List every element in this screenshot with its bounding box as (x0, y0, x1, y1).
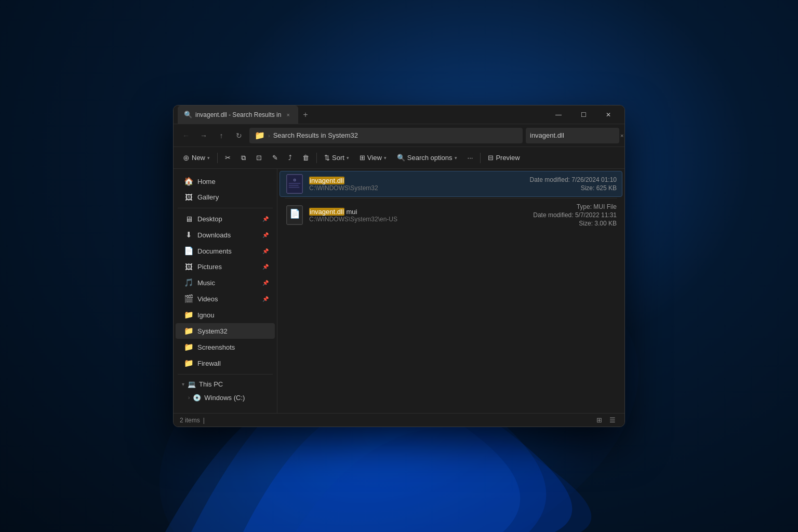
file-path-1: C:\WINDOWS\System32 (309, 184, 525, 192)
file-item-1[interactable]: ⚙ invagent.dll C:\WINDOWS\System32 Date … (280, 171, 622, 197)
sidebar-item-music[interactable]: 🎵 Music 📌 (176, 275, 275, 290)
file-item-2[interactable]: 📄 invagent.dll mui C:\WINDOWS\System32\e… (280, 200, 622, 231)
home-label: Home (197, 178, 216, 185)
up-button[interactable]: ↑ (214, 128, 229, 143)
new-tab-button[interactable]: + (298, 108, 313, 122)
window-controls: — ☐ ✕ (547, 107, 620, 123)
search-clear-button[interactable]: × (620, 132, 623, 139)
view-controls: ⊞ ☰ (593, 415, 618, 425)
file-path-2: C:\WINDOWS\System32\en-US (309, 216, 528, 223)
sidebar-item-system32[interactable]: 📁 System32 (176, 323, 275, 339)
file-name-area-2: invagent.dll mui C:\WINDOWS\System32\en-… (309, 208, 528, 223)
home-icon: 🏠 (184, 177, 193, 186)
share-button[interactable]: ⤴ (284, 151, 296, 164)
minimize-button[interactable]: — (547, 107, 570, 123)
address-bar: ← → ↑ ↻ 📁 › Search Results in System32 ×… (174, 124, 624, 147)
delete-button[interactable]: 🗑 (298, 151, 313, 164)
windows-c-label: Windows (C:) (204, 394, 245, 402)
sort-label: Sort (332, 154, 344, 162)
refresh-button[interactable]: ↻ (232, 128, 246, 143)
status-separator: | (203, 417, 205, 424)
more-options-button[interactable]: ··· (463, 151, 477, 164)
back-button[interactable]: ← (179, 128, 193, 143)
svg-text:⚙: ⚙ (293, 178, 296, 182)
desktop-pin-icon: 📌 (262, 216, 269, 222)
tab-close-button[interactable]: × (284, 111, 291, 119)
sort-button[interactable]: ⇅ Sort ▾ (320, 151, 353, 164)
documents-icon: 📄 (184, 246, 193, 256)
new-button[interactable]: ⊕ New ▾ (179, 151, 214, 165)
pictures-label: Pictures (197, 263, 222, 271)
separator-2 (316, 153, 317, 163)
screenshots-label: Screenshots (197, 343, 235, 351)
downloads-icon: ⬇ (184, 230, 193, 240)
sidebar-windows-c[interactable]: › 💿 Windows (C:) (176, 391, 275, 404)
file-name-highlight-2: invagent.dll (309, 208, 344, 216)
sidebar-item-gallery[interactable]: 🖼 Gallery (176, 190, 275, 205)
sidebar-item-videos[interactable]: 🎬 Videos 📌 (176, 291, 275, 307)
music-icon: 🎵 (184, 278, 193, 287)
delete-icon: 🗑 (302, 154, 309, 162)
sidebar-item-documents[interactable]: 📄 Documents 📌 (176, 243, 275, 259)
search-options-button[interactable]: 🔍 Search options ▾ (393, 151, 461, 164)
sidebar-this-pc[interactable]: ▾ 💻 This PC (176, 378, 275, 391)
file-size-1: Size: 625 KB (581, 184, 617, 192)
file-name-1: invagent.dll (309, 177, 525, 184)
search-box[interactable]: × 🔍 (526, 128, 619, 143)
file-icon-2: 📄 (285, 206, 304, 224)
ignou-icon: 📁 (184, 310, 193, 320)
firewall-icon: 📁 (184, 358, 193, 368)
sidebar-item-firewall[interactable]: 📁 Firewall (176, 355, 275, 371)
file-name-highlight-1: invagent.dll (309, 177, 344, 184)
file-type-2: Type: MUI File (577, 203, 617, 210)
close-button[interactable]: ✕ (596, 107, 620, 123)
ignou-label: Ignou (197, 311, 215, 319)
search-input[interactable] (530, 131, 617, 139)
view-label: View (367, 154, 382, 162)
file-name-suffix-2: mui (344, 208, 357, 216)
view-icon: ⊞ (360, 154, 365, 162)
more-icon: ··· (468, 154, 473, 162)
downloads-label: Downloads (197, 231, 231, 239)
rename-button[interactable]: ✎ (268, 151, 282, 164)
active-tab[interactable]: 🔍 invagent.dll - Search Results in × (178, 105, 298, 124)
sidebar: 🏠 Home 🖼 Gallery 🖥 Desktop 📌 ⬇ Downloads… (174, 169, 277, 413)
list-view-button[interactable]: ⊞ (593, 415, 605, 425)
copy-button[interactable]: ⧉ (237, 151, 250, 165)
forward-button[interactable]: → (196, 128, 211, 143)
sidebar-item-ignou[interactable]: 📁 Ignou (176, 307, 275, 323)
sidebar-item-downloads[interactable]: ⬇ Downloads 📌 (176, 227, 275, 243)
videos-pin-icon: 📌 (262, 296, 269, 302)
copy-icon: ⧉ (241, 154, 246, 162)
documents-label: Documents (197, 247, 232, 255)
search-options-icon: 🔍 (397, 154, 405, 162)
videos-icon: 🎬 (184, 294, 193, 303)
view-button[interactable]: ⊞ View ▾ (355, 151, 391, 164)
maximize-button[interactable]: ☐ (571, 107, 595, 123)
videos-label: Videos (197, 295, 218, 303)
details-view-button[interactable]: ☰ (607, 415, 618, 425)
preview-icon: ⊟ (488, 154, 494, 162)
file-name-area-1: invagent.dll C:\WINDOWS\System32 (309, 177, 525, 192)
sidebar-item-pictures[interactable]: 🖼 Pictures 📌 (176, 259, 275, 274)
tab-area: 🔍 invagent.dll - Search Results in × + (178, 105, 547, 124)
status-bar: 2 items | ⊞ ☰ (174, 413, 624, 427)
address-box[interactable]: 📁 › Search Results in System32 (249, 128, 523, 143)
system32-label: System32 (197, 327, 228, 335)
sidebar-divider-1 (178, 208, 273, 208)
title-bar: 🔍 invagent.dll - Search Results in × + —… (174, 105, 624, 124)
paste-button[interactable]: ⊡ (252, 151, 266, 164)
cut-button[interactable]: ✂ (221, 151, 235, 164)
address-chevron: › (268, 132, 270, 139)
share-icon: ⤴ (288, 154, 292, 162)
sidebar-item-home[interactable]: 🏠 Home (176, 174, 275, 189)
sidebar-item-desktop[interactable]: 🖥 Desktop 📌 (176, 211, 275, 227)
sidebar-item-screenshots[interactable]: 📁 Screenshots (176, 339, 275, 355)
new-label: New (192, 154, 205, 162)
preview-button[interactable]: ⊟ Preview (484, 151, 524, 164)
file-date-2: Date modified: 5/7/2022 11:31 (533, 211, 617, 219)
screenshots-icon: 📁 (184, 342, 193, 352)
new-chevron: ▾ (207, 155, 210, 161)
music-label: Music (197, 279, 215, 287)
svg-text:📄: 📄 (289, 208, 301, 219)
